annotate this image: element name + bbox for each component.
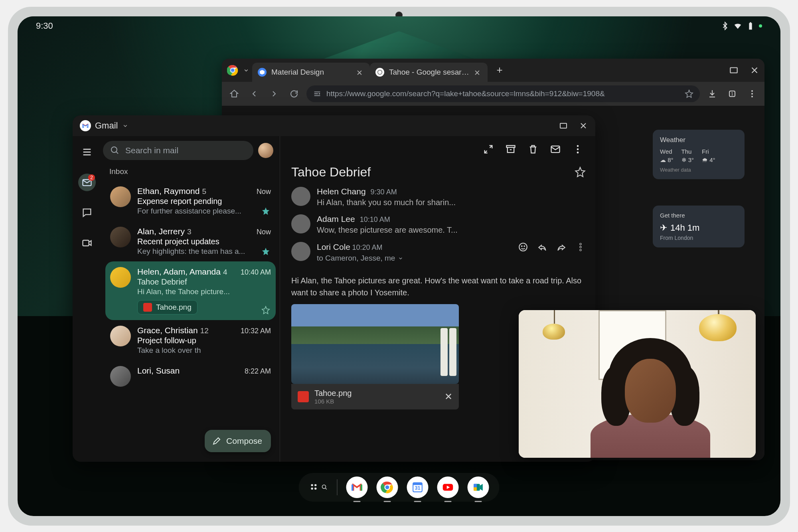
tabs-button[interactable]: 1 xyxy=(725,86,740,101)
maximize-icon[interactable] xyxy=(729,65,739,75)
attachment-image-preview[interactable] xyxy=(291,304,459,384)
svg-text:1: 1 xyxy=(731,91,733,96)
image-file-icon xyxy=(298,391,309,402)
svg-point-4 xyxy=(378,70,382,74)
message-body: Hi Alan, the Tahoe pictures are great. H… xyxy=(291,275,586,299)
star-icon[interactable] xyxy=(261,306,270,314)
weather-card[interactable]: Weather Wed☁ 8° Thu❄ 3° Fri🌧 4° Weather … xyxy=(653,130,745,179)
close-icon[interactable]: ✕ xyxy=(474,68,482,76)
video-call-pip[interactable] xyxy=(519,310,756,458)
message-recipients[interactable]: to Cameron, Jesse, me xyxy=(317,254,586,263)
reload-button[interactable] xyxy=(286,86,302,101)
tablet-frame: 9:30 Material Design ✕ xyxy=(8,7,790,526)
close-icon[interactable] xyxy=(749,65,760,75)
message-collapsed[interactable]: Adam Lee10:10 AM Wow, these picturese ar… xyxy=(291,214,586,235)
mail-badge: 2 xyxy=(88,174,95,181)
new-tab-button[interactable]: + xyxy=(492,63,507,77)
thread-list-column: Search in mail Inbox Ethan, Raymond5Now … xyxy=(101,136,280,462)
google-favicon xyxy=(375,68,384,77)
thread-item[interactable]: Grace, Christian1210:32 AM Project follo… xyxy=(105,320,276,360)
forward-icon[interactable] xyxy=(556,242,567,252)
chevron-down-icon[interactable] xyxy=(243,67,250,74)
chat-nav-button[interactable] xyxy=(78,204,96,222)
forward-button[interactable] xyxy=(267,86,282,101)
site-settings-icon[interactable] xyxy=(313,89,322,98)
svg-point-28 xyxy=(314,484,316,486)
svg-point-9 xyxy=(751,90,753,92)
meet-nav-button[interactable] xyxy=(78,234,96,252)
thread-item[interactable]: Alan, Jerrery3Now Recent project updates… xyxy=(105,221,276,261)
taskbar-youtube-icon[interactable] xyxy=(437,477,459,498)
chrome-app-icon[interactable] xyxy=(227,64,239,76)
thread-item[interactable]: Ethan, Raymond5Now Expense report pendin… xyxy=(105,181,276,221)
taskbar-gmail-icon[interactable] xyxy=(346,477,368,498)
mail-nav-button[interactable]: 2 xyxy=(78,174,96,191)
more-icon[interactable] xyxy=(575,242,586,252)
svg-point-6 xyxy=(319,93,320,95)
omnibox[interactable]: https://www.google.com/search?q=lake+tah… xyxy=(306,85,700,102)
chevron-down-icon[interactable] xyxy=(122,122,129,129)
svg-rect-5 xyxy=(730,67,737,73)
star-icon[interactable] xyxy=(575,166,586,178)
thread-item[interactable]: Lori, Susan8:22 AM xyxy=(105,360,276,392)
svg-point-23 xyxy=(524,245,525,247)
reply-icon[interactable] xyxy=(537,242,547,252)
emoji-icon[interactable] xyxy=(518,242,528,252)
route-card[interactable]: Get there ✈ 14h 1m From London xyxy=(653,206,745,247)
more-icon[interactable] xyxy=(572,144,583,155)
thread-item-selected[interactable]: Helen, Adam, Amanda410:40 AM Tahoe Debri… xyxy=(105,261,276,320)
account-avatar[interactable] xyxy=(258,143,273,158)
download-button[interactable] xyxy=(705,86,720,101)
attachment-chip[interactable]: Tahoe.png xyxy=(137,300,198,314)
close-icon[interactable] xyxy=(579,121,588,131)
avatar xyxy=(291,214,310,233)
taskbar-chrome-icon[interactable] xyxy=(377,477,398,498)
search-placeholder: Search in mail xyxy=(125,146,178,155)
chrome-tab-material[interactable]: Material Design ✕ xyxy=(252,63,370,82)
tab-title: Material Design xyxy=(271,68,352,77)
attachment-bar[interactable]: Tahoe.png 106 KB ✕ xyxy=(291,384,459,409)
app-drawer-button[interactable] xyxy=(309,482,328,492)
mark-unread-icon[interactable] xyxy=(550,144,561,155)
star-icon[interactable] xyxy=(261,247,270,256)
svg-point-19 xyxy=(577,148,579,150)
svg-point-24 xyxy=(580,243,581,245)
svg-rect-41 xyxy=(474,487,477,491)
archive-icon[interactable] xyxy=(505,144,516,155)
taskbar-calendar-icon[interactable]: 31 xyxy=(407,477,429,498)
close-icon[interactable]: ✕ xyxy=(444,391,452,402)
wifi-icon xyxy=(733,22,742,30)
delete-icon[interactable] xyxy=(527,144,539,155)
inbox-label: Inbox xyxy=(101,164,280,181)
taskbar-meet-icon[interactable] xyxy=(468,477,489,498)
weather-day: Thu❄ 3° xyxy=(681,148,694,164)
chrome-window-controls xyxy=(729,65,760,75)
svg-point-25 xyxy=(580,246,581,247)
back-button[interactable] xyxy=(247,86,262,101)
compose-button[interactable]: Compose xyxy=(205,430,271,452)
close-icon[interactable]: ✕ xyxy=(356,68,364,76)
weather-day: Fri🌧 4° xyxy=(702,148,715,164)
gmail-titlebar[interactable]: Gmail xyxy=(73,115,595,136)
screen: 9:30 Material Design ✕ xyxy=(18,16,780,516)
more-icon[interactable] xyxy=(745,86,760,101)
message-collapsed[interactable]: Helen Chang9:30 AM Hi Alan, thank you so… xyxy=(291,187,586,207)
chrome-titlebar: Material Design ✕ Tahoe - Google sesarch… xyxy=(222,59,764,82)
menu-button[interactable] xyxy=(78,143,96,161)
svg-rect-40 xyxy=(474,484,477,487)
status-indicator-dot xyxy=(759,24,762,28)
svg-point-21 xyxy=(519,243,527,251)
avatar xyxy=(110,267,131,288)
star-icon[interactable] xyxy=(261,207,270,216)
expand-icon[interactable] xyxy=(483,144,494,155)
svg-rect-36 xyxy=(413,483,422,485)
route-from: From London xyxy=(660,235,737,241)
star-icon[interactable] xyxy=(685,89,693,98)
search-input[interactable]: Search in mail xyxy=(103,141,253,160)
route-time: ✈ 14h 1m xyxy=(660,223,737,233)
chrome-toolbar: https://www.google.com/search?q=lake+tah… xyxy=(222,82,764,106)
home-button[interactable] xyxy=(227,86,242,101)
maximize-icon[interactable] xyxy=(559,121,568,131)
chrome-tab-tahoe[interactable]: Tahoe - Google sesarch ✕ xyxy=(370,63,488,82)
image-file-icon xyxy=(143,303,152,312)
